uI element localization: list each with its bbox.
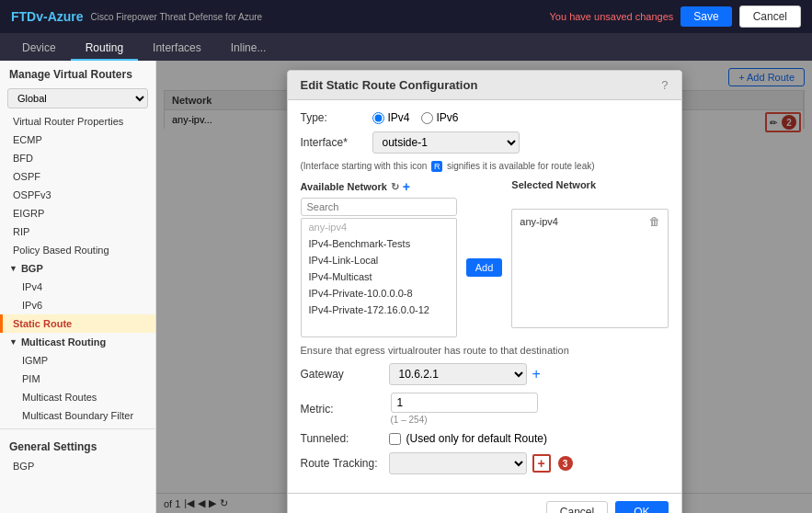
sidebar-item-general-bgp[interactable]: BGP	[0, 457, 155, 475]
save-button[interactable]: Save	[680, 6, 731, 27]
tab-routing[interactable]: Routing	[71, 37, 138, 61]
selected-network-item: any-ipv4 🗑	[516, 213, 663, 230]
type-ipv4-text: IPv4	[388, 111, 410, 124]
network-section: Available Network ↻ + any-ipv4 IPv4-Benc…	[301, 179, 669, 337]
type-label: Type:	[301, 111, 365, 124]
route-tracking-select[interactable]	[389, 452, 527, 474]
modal: Edit Static Route Configuration ? Type: …	[287, 70, 682, 513]
sidebar-item-bfd[interactable]: BFD	[0, 149, 155, 167]
selected-network-box: any-ipv4 🗑	[511, 209, 668, 328]
add-network-button[interactable]: Add	[466, 258, 503, 277]
top-bar: FTDv-Azure Cisco Firepower Threat Defens…	[0, 0, 812, 33]
tunneled-row: Tunneled: (Used only for default Route)	[301, 432, 669, 445]
gateway-row: Gateway 10.6.2.1 +	[301, 363, 669, 385]
multicast-caret: ▼	[9, 337, 17, 347]
tunneled-label: Tunneled:	[301, 432, 383, 445]
selected-network-col: Selected Network any-ipv4 🗑	[511, 179, 668, 337]
route-leak-icon: R	[431, 161, 442, 172]
app-title: FTDv-Azure	[11, 9, 84, 24]
interface-note-text: (Interface starting with this icon	[301, 161, 428, 171]
network-item-multicast[interactable]: IPv4-Multicast	[302, 268, 456, 285]
sidebar-router-dropdown[interactable]: Global	[7, 88, 148, 108]
step3-badge: 3	[558, 456, 573, 471]
bgp-caret: ▼	[9, 264, 17, 273]
type-ipv6-label[interactable]: IPv6	[421, 111, 459, 124]
sidebar-item-ospfv3[interactable]: OSPFv3	[0, 186, 155, 204]
router-select[interactable]: Global	[7, 88, 148, 108]
gateway-add-icon[interactable]: +	[532, 366, 541, 382]
interface-row: Interface* outside-1	[301, 131, 669, 154]
network-list: any-ipv4 IPv4-Benchmark-Tests IPv4-Link-…	[301, 218, 457, 337]
type-ipv4-label[interactable]: IPv4	[372, 111, 410, 124]
type-row: Type: IPv4 IPv6	[301, 111, 669, 124]
sidebar-item-igmp[interactable]: IGMP	[0, 351, 155, 370]
network-item-private-172[interactable]: IPv4-Private-172.16.0.0-12	[302, 302, 456, 318]
interface-note: (Interface starting with this icon R sig…	[301, 161, 669, 172]
tunneled-checkbox[interactable]	[389, 433, 401, 445]
sidebar-item-ecmp[interactable]: ECMP	[0, 131, 155, 149]
interface-select[interactable]: outside-1	[372, 131, 520, 154]
sidebar-item-ospf[interactable]: OSPF	[0, 167, 155, 186]
tunneled-note: (Used only for default Route)	[406, 432, 547, 445]
app-subtitle: Cisco Firepower Threat Defense for Azure	[91, 12, 263, 22]
network-refresh-icon[interactable]: ↻	[391, 181, 399, 193]
network-item-any-ipv4-placeholder[interactable]: any-ipv4	[302, 219, 456, 235]
multicast-label: Multicast Routing	[21, 336, 106, 348]
interface-label: Interface*	[301, 136, 365, 149]
nav-tabs: Device Routing Interfaces Inline...	[0, 33, 812, 61]
metric-hint: (1 – 254)	[391, 415, 538, 425]
type-ipv4-radio[interactable]	[372, 112, 384, 124]
modal-overlay: Edit Static Route Configuration ? Type: …	[156, 61, 812, 513]
available-network-label: Available Network ↻ +	[301, 179, 457, 194]
sidebar: Manage Virtual Routers Global Virtual Ro…	[0, 61, 156, 513]
sidebar-group-multicast[interactable]: ▼ Multicast Routing	[0, 333, 155, 351]
bgp-label: BGP	[21, 263, 43, 274]
sidebar-item-static-route[interactable]: Static Route	[0, 314, 155, 333]
network-item-benchmark[interactable]: IPv4-Benchmark-Tests	[302, 235, 456, 252]
sidebar-item-bgp-ipv4[interactable]: IPv4	[0, 278, 155, 296]
add-button-col: Add	[466, 179, 503, 337]
top-bar-left: FTDv-Azure Cisco Firepower Threat Defens…	[11, 9, 262, 24]
sidebar-section-title: Manage Virtual Routers	[0, 61, 155, 85]
modal-footer: Cancel OK	[288, 493, 681, 513]
sidebar-item-virtual-router-properties[interactable]: Virtual Router Properties	[0, 112, 155, 131]
route-tracking-add-button[interactable]: +	[532, 454, 551, 473]
modal-ok-button[interactable]: OK	[615, 501, 668, 513]
modal-header: Edit Static Route Configuration ?	[288, 71, 681, 100]
sidebar-item-eigrp[interactable]: EIGRP	[0, 204, 155, 222]
available-network-text: Available Network	[301, 181, 387, 192]
tab-interfaces[interactable]: Interfaces	[138, 37, 216, 61]
modal-help-icon[interactable]: ?	[661, 78, 668, 92]
sidebar-divider	[0, 428, 155, 429]
network-item-private-10[interactable]: IPv4-Private-10.0.0.0-8	[302, 285, 456, 302]
sidebar-item-bgp-ipv6[interactable]: IPv6	[0, 296, 155, 314]
metric-input[interactable]	[391, 393, 538, 413]
modal-cancel-button[interactable]: Cancel	[546, 501, 608, 513]
tab-inline[interactable]: Inline...	[216, 37, 281, 61]
network-search-input[interactable]	[301, 198, 457, 216]
tab-device[interactable]: Device	[7, 37, 71, 61]
sidebar-item-multicast-routes[interactable]: Multicast Routes	[0, 388, 155, 406]
metric-row: Metric: (1 – 254)	[301, 393, 669, 425]
egress-note: Ensure that egress virtualrouter has rou…	[301, 345, 669, 356]
selected-network-value: any-ipv4	[520, 216, 558, 227]
delete-selected-icon[interactable]: 🗑	[649, 215, 660, 228]
type-ipv6-text: IPv6	[437, 111, 459, 124]
type-ipv6-radio[interactable]	[421, 112, 433, 124]
sidebar-item-rip[interactable]: RIP	[0, 222, 155, 241]
sidebar-item-policy-based-routing[interactable]: Policy Based Routing	[0, 241, 155, 259]
cancel-top-button[interactable]: Cancel	[739, 6, 801, 28]
sidebar-group-bgp[interactable]: ▼ BGP	[0, 259, 155, 278]
network-item-link-local[interactable]: IPv4-Link-Local	[302, 252, 456, 268]
route-tracking-row: Route Tracking: + 3	[301, 452, 669, 474]
unsaved-warning: You have unsaved changes	[550, 11, 674, 22]
main-layout: Manage Virtual Routers Global Virtual Ro…	[0, 61, 812, 513]
modal-title: Edit Static Route Configuration	[301, 78, 478, 92]
interface-note2-text: signifies it is available for route leak…	[447, 161, 595, 171]
network-add-icon[interactable]: +	[403, 179, 410, 194]
type-radio-group: IPv4 IPv6	[372, 111, 459, 124]
sidebar-item-pim[interactable]: PIM	[0, 370, 155, 388]
gateway-select[interactable]: 10.6.2.1	[389, 363, 527, 385]
sidebar-item-multicast-boundary-filter[interactable]: Multicast Boundary Filter	[0, 406, 155, 425]
route-tracking-label: Route Tracking:	[301, 457, 383, 470]
